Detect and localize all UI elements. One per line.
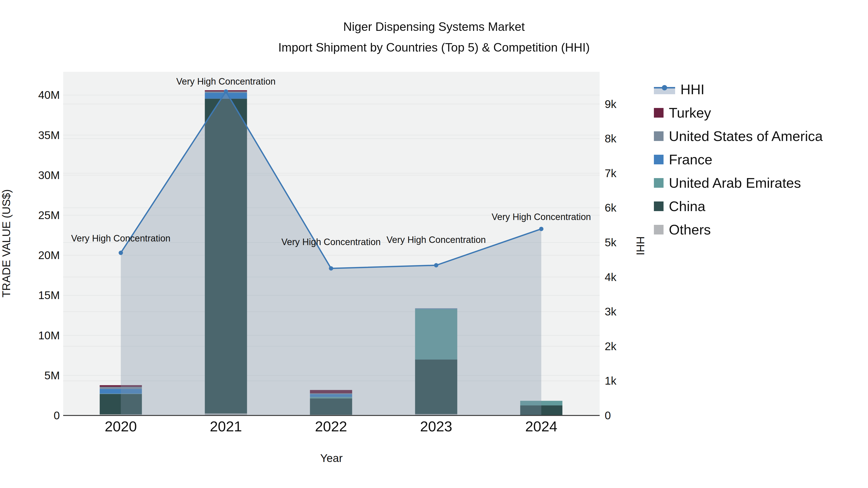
hhi-line-icon (654, 84, 675, 95)
hhi-point-2023[interactable] (434, 263, 438, 267)
x-axis-tick: 2020 (105, 418, 137, 434)
legend-item-label: France (669, 151, 712, 167)
legend-item-china[interactable]: China (654, 194, 823, 218)
left-axis-title: TRADE VALUE (US$) (0, 189, 12, 297)
legend-item-label: Others (669, 222, 711, 238)
x-axis-tick: 2022 (315, 418, 347, 434)
right-axis-title: HHI (634, 236, 647, 255)
left-axis-tick: 20M (38, 249, 60, 261)
right-axis-tick: 0 (605, 409, 611, 422)
right-axis-tick: 6k (605, 201, 617, 214)
legend-item-label: HHI (680, 81, 705, 97)
legend-item-france[interactable]: France (654, 148, 823, 171)
annotation-2023: Very High Concentration (386, 235, 486, 245)
right-axis-tick: 7k (605, 167, 617, 180)
hhi-point-2024[interactable] (539, 227, 544, 231)
right-axis-tick: 1k (605, 375, 617, 387)
chart-page: 05M10M15M20M25M30M35M40M01k2k3k4k5k6k7k8… (0, 0, 868, 488)
color-swatch-icon (654, 108, 663, 118)
left-axis-tick: 30M (38, 169, 60, 182)
left-axis-tick: 10M (38, 329, 60, 342)
x-axis-tick: 2023 (420, 418, 452, 434)
left-axis-tick: 0 (54, 409, 60, 422)
left-axis-tick: 25M (38, 209, 60, 222)
legend-item-others[interactable]: Others (654, 218, 823, 241)
right-axis-tick: 3k (605, 305, 617, 318)
color-swatch-icon (654, 155, 663, 164)
hhi-point-2022[interactable] (329, 266, 333, 271)
color-swatch-icon (654, 225, 663, 234)
left-axis-tick: 15M (38, 289, 60, 301)
legend-item-uae[interactable]: United Arab Emirates (654, 171, 823, 194)
x-axis-tick: 2021 (210, 418, 242, 434)
hhi-point-2021[interactable] (224, 89, 228, 94)
legend-item-label: Turkey (669, 105, 711, 121)
annotation-2022: Very High Concentration (281, 237, 381, 247)
color-swatch-icon (654, 131, 663, 141)
left-axis-tick: 5M (44, 369, 60, 382)
right-axis-tick: 4k (605, 271, 617, 283)
annotation-2021: Very High Concentration (176, 76, 276, 87)
x-axis-tick: 2024 (525, 418, 557, 434)
left-axis-tick: 40M (38, 89, 60, 101)
legend-item-label: China (669, 198, 706, 214)
chart-title: Niger Dispensing Systems Market (0, 20, 868, 34)
legend-item-label: United Arab Emirates (669, 175, 801, 191)
color-swatch-icon (654, 201, 663, 211)
legend-item-turkey[interactable]: Turkey (654, 101, 823, 124)
right-axis-tick: 2k (605, 340, 617, 353)
legend-item-hhi[interactable]: HHI (654, 77, 823, 101)
right-axis-tick: 8k (605, 132, 617, 145)
annotation-2020: Very High Concentration (71, 233, 170, 243)
hhi-point-2020[interactable] (119, 251, 123, 255)
annotation-2024: Very High Concentration (492, 212, 591, 222)
left-axis-tick: 35M (38, 129, 60, 141)
legend: HHI Turkey United States of America Fran… (654, 77, 823, 241)
legend-item-label: United States of America (669, 128, 823, 144)
x-axis-title: Year (63, 452, 600, 465)
legend-item-usa[interactable]: United States of America (654, 124, 823, 148)
chart-subtitle: Import Shipment by Countries (Top 5) & C… (0, 40, 868, 55)
right-axis-tick: 9k (605, 98, 617, 110)
combo-chart: 05M10M15M20M25M30M35M40M01k2k3k4k5k6k7k8… (0, 0, 868, 488)
color-swatch-icon (654, 178, 663, 188)
right-axis-tick: 5k (605, 236, 617, 249)
